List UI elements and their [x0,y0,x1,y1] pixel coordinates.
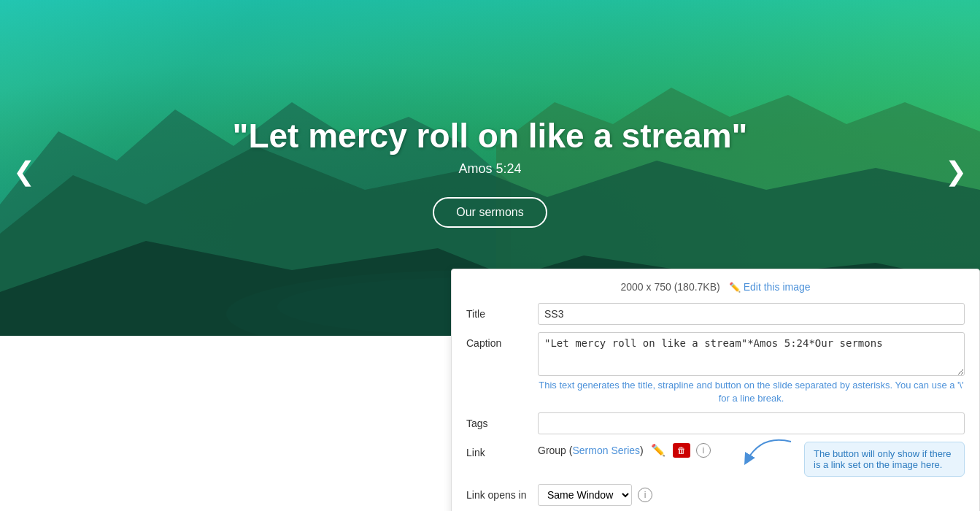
title-label: Title [466,303,532,320]
link-opens-row: Link opens in Same Window New Window i [466,484,965,506]
link-hint-area: The button will only show if there is a … [798,442,965,477]
title-input[interactable] [538,303,965,325]
caption-textarea[interactable] [538,332,965,376]
link-row: Link Group (Sermon Series) ✏️ 🗑 i [466,442,965,477]
tags-input[interactable] [538,412,965,434]
link-label: Link [466,442,532,458]
pencil-icon: ✏️ [729,282,741,293]
caption-wrapper: This text generates the title, strapline… [538,332,965,405]
link-opens-label: Link opens in [466,484,532,501]
link-group-prefix: Group ( [538,445,572,456]
link-edit-button[interactable]: ✏️ [649,442,667,458]
page-wrapper: "Let mercy roll on like a stream" Amos 5… [0,0,980,511]
slide-cta-button[interactable]: Our sermons [433,197,547,228]
panel-header: 2000 x 750 (180.7KB) ✏️ Edit this image [466,281,965,293]
caption-hint: This text generates the title, strapline… [538,379,965,405]
link-hint-bubble: The button will only show if there is a … [804,442,965,477]
link-hint-text: The button will only show if there is a … [814,448,952,470]
image-dimensions: 2000 x 750 (180.7KB) [620,281,719,293]
slider-next-button[interactable]: ❯ [938,151,974,192]
link-group-name[interactable]: Sermon Series [572,445,640,456]
tags-label: Tags [466,412,532,429]
slide-title: "Let mercy roll on like a stream" [233,116,748,155]
edit-image-label: Edit this image [744,281,811,293]
link-group-suffix: ) [640,445,644,456]
slider-prev-button[interactable]: ❮ [6,151,42,192]
slide-subtitle: Amos 5:24 [458,161,521,177]
curved-arrow-icon [740,434,798,471]
tags-row: Tags [466,412,965,434]
link-opens-select[interactable]: Same Window New Window [538,484,632,506]
title-row: Title [466,303,965,325]
link-delete-button[interactable]: 🗑 [673,443,690,458]
caption-label: Caption [466,332,532,349]
link-group-text: Group (Sermon Series) [538,445,644,456]
edit-panel: 2000 x 750 (180.7KB) ✏️ Edit this image … [451,269,980,511]
edit-image-link[interactable]: ✏️ Edit this image [729,281,811,293]
caption-row: Caption This text generates the title, s… [466,332,965,405]
link-opens-content: Same Window New Window i [538,484,652,506]
link-info-icon[interactable]: i [696,443,711,458]
link-opens-info-icon[interactable]: i [638,488,652,502]
